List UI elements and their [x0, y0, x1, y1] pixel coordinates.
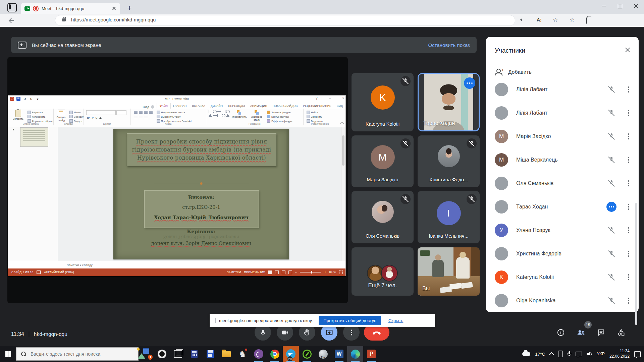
- stop-sharing-button[interactable]: Прекратить общий доступ: [319, 316, 381, 325]
- ppt-minimize-icon[interactable]: –: [329, 97, 331, 100]
- shape-effects-button[interactable]: Эффекты фигуры: [267, 119, 292, 123]
- text-direction-button[interactable]: Направление текста: [157, 111, 192, 114]
- new-slide-button[interactable]: Создать слайд: [54, 110, 69, 122]
- collections-icon[interactable]: [586, 18, 587, 24]
- search-input[interactable]: [30, 351, 115, 357]
- close-button[interactable]: [628, 0, 644, 12]
- taskbar-word-icon[interactable]: W: [331, 346, 347, 362]
- taskbar-viber-icon[interactable]: [251, 346, 267, 362]
- participant-row[interactable]: Оля Семаньків: [486, 172, 639, 195]
- replace-button[interactable]: Заменить: [307, 115, 323, 118]
- comments-toggle[interactable]: ПРИМЕЧАНИЯ: [244, 270, 265, 274]
- slide-thumbnail[interactable]: 5: [8, 127, 58, 147]
- taskbar-floppy-app-icon[interactable]: [202, 346, 218, 362]
- font-style-button[interactable]: Ж: [87, 117, 90, 120]
- font-style-button[interactable]: S: [99, 117, 101, 120]
- tray-mic-icon[interactable]: [568, 351, 571, 357]
- format-painter-button[interactable]: Формат по образцу: [28, 119, 54, 123]
- hide-link[interactable]: Скрыть: [388, 318, 403, 323]
- zoom-level[interactable]: 84 %: [329, 270, 336, 274]
- ribbon-tab[interactable]: ПЕРЕХОДЫ: [225, 103, 248, 109]
- new-tab-button[interactable]: +: [125, 3, 134, 13]
- ribbon-tab[interactable]: ДИЗАЙН: [208, 103, 225, 109]
- participant-row[interactable]: Лілія Лабант: [486, 78, 639, 101]
- kebab-menu-icon[interactable]: [628, 206, 629, 207]
- font-style-button[interactable]: Ч: [95, 117, 97, 120]
- select-button[interactable]: Выделить: [307, 119, 323, 123]
- taskbar-edge-icon[interactable]: [347, 346, 363, 362]
- shape-fill-button[interactable]: Заливка фигуры: [267, 111, 292, 114]
- zoom-out-icon[interactable]: −: [295, 270, 297, 274]
- quick-styles-button[interactable]: Экспресс-стили: [248, 110, 266, 121]
- add-people-button[interactable]: + Добавить: [495, 67, 532, 77]
- onedrive-icon[interactable]: [522, 352, 530, 356]
- sign-in[interactable]: Вход: [143, 105, 157, 109]
- participant-row[interactable]: Olga Kopanitska: [486, 289, 639, 312]
- tile-taras[interactable]: Тарас Ходан: [418, 73, 480, 131]
- weather-temperature[interactable]: 17°C: [535, 352, 545, 357]
- sorter-view-icon[interactable]: [275, 270, 279, 274]
- reading-view-icon[interactable]: [282, 270, 285, 274]
- more-options-icon[interactable]: [464, 77, 475, 89]
- read-aloud-icon[interactable]: A): [537, 17, 541, 23]
- browser-menu-icon[interactable]: [629, 15, 632, 21]
- layout-button[interactable]: Макет: [69, 111, 84, 114]
- stop-presenting-link[interactable]: Остановить показ: [428, 42, 470, 48]
- paste-button[interactable]: Вставить: [11, 110, 25, 121]
- taskbar-capture-app-icon[interactable]: [299, 346, 315, 362]
- slide-title-box[interactable]: Проект розробки способу підвищення рівня…: [127, 133, 276, 166]
- ppt-restore-icon[interactable]: [335, 97, 338, 100]
- proofing-language[interactable]: АНГЛИЙСКИЙ (США): [44, 270, 74, 274]
- meeting-details-icon[interactable]: [555, 326, 567, 339]
- list-buttons[interactable]: [134, 111, 153, 114]
- panel-scrollbar[interactable]: [635, 203, 637, 325]
- zoom-in-icon[interactable]: +: [324, 270, 326, 274]
- align-text-button[interactable]: Выровнять текст: [157, 115, 192, 118]
- ribbon-tab[interactable]: ВСТАВКА: [189, 103, 208, 109]
- tile-self[interactable]: Вы: [418, 247, 480, 296]
- participant-row[interactable]: Тарас Ходан: [486, 195, 639, 219]
- notes-toggle[interactable]: ЗАМЕТКИ: [227, 270, 241, 274]
- minimize-button[interactable]: [596, 0, 612, 12]
- chat-icon[interactable]: [595, 326, 607, 339]
- participant-row[interactable]: M Міша Веркалець: [486, 148, 639, 172]
- align-buttons[interactable]: [134, 117, 148, 120]
- shape-outline-button[interactable]: Контур фигуры: [267, 115, 292, 118]
- taskbar-google-earth-icon[interactable]: Pro: [315, 346, 331, 362]
- tray-volume-icon[interactable]: [587, 352, 592, 356]
- activities-icon[interactable]: [615, 326, 627, 339]
- notes-bar[interactable]: Заметки к слайду: [8, 261, 345, 269]
- smartart-button[interactable]: Преобразовать в SmartArt: [157, 119, 192, 123]
- taskbar-file-explorer-icon[interactable]: [218, 346, 234, 362]
- tab-close-icon[interactable]: [111, 6, 117, 11]
- tile-overflow[interactable]: Ещё 7 чел.: [352, 247, 414, 296]
- more-options-icon[interactable]: [606, 202, 616, 212]
- participant-row[interactable]: M Марія Засідко: [486, 125, 639, 148]
- taskbar-telegram-icon[interactable]: 20: [283, 346, 299, 362]
- phone-link-icon[interactable]: [558, 351, 563, 357]
- find-button[interactable]: Найти: [307, 111, 323, 114]
- panel-close-icon[interactable]: [624, 46, 631, 54]
- help-icon[interactable]: ?: [316, 97, 318, 100]
- participant-row[interactable]: Христина Федорів: [486, 242, 639, 265]
- tray-display-icon[interactable]: [576, 352, 582, 356]
- font-size-select[interactable]: [116, 110, 126, 115]
- ribbon-tab[interactable]: ГЛАВНАЯ: [170, 103, 189, 109]
- ribbon-tab[interactable]: ПОКАЗ СЛАЙДОВ: [270, 103, 301, 109]
- kebab-menu-icon[interactable]: [628, 230, 629, 231]
- url-text[interactable]: https://meet.google.com/hkd-mgqn-qqu: [71, 17, 156, 22]
- news-interests-icon[interactable]: [137, 347, 154, 361]
- kebab-menu-icon[interactable]: [628, 89, 629, 90]
- taskbar-taskview-icon[interactable]: [170, 346, 186, 362]
- zoom-slider[interactable]: [300, 272, 321, 273]
- fit-slide-icon[interactable]: [339, 270, 343, 274]
- tray-clock[interactable]: 11:34 22.06.2022: [609, 349, 630, 359]
- font-style-button[interactable]: К: [92, 117, 93, 120]
- kebab-menu-icon[interactable]: [628, 300, 629, 301]
- tile-olia[interactable]: Оля Семаньків: [352, 191, 414, 243]
- normal-view-icon[interactable]: [268, 270, 272, 274]
- taskbar-powerpoint-icon[interactable]: P: [363, 346, 379, 362]
- section-button[interactable]: Раздел: [69, 119, 84, 123]
- shapes-gallery[interactable]: [209, 110, 230, 117]
- favorites-icon[interactable]: ☆: [570, 16, 575, 23]
